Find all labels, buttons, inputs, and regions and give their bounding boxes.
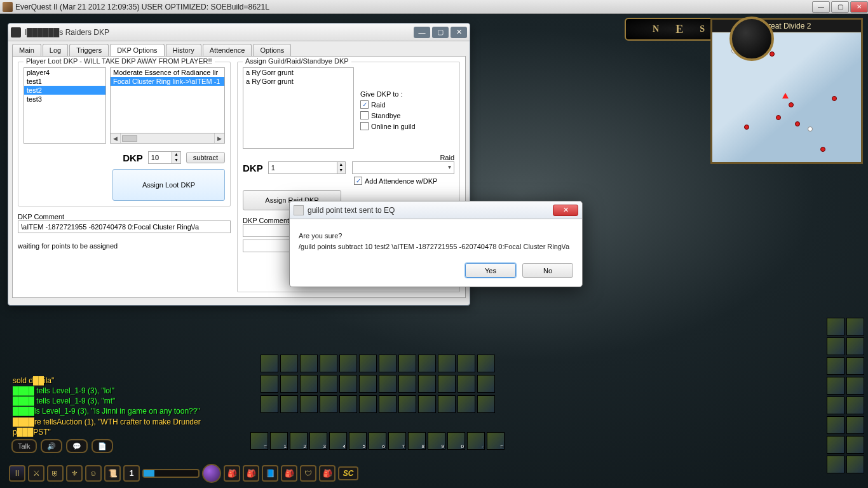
side-slot[interactable] (846, 357, 864, 375)
tab-history[interactable]: History (166, 44, 201, 56)
hotbar-slot[interactable] (458, 375, 475, 393)
hotbar-slot[interactable] (477, 395, 495, 413)
dkp-spinner[interactable]: ▲▼ (148, 151, 181, 164)
scroll-right-icon[interactable]: ▶ (214, 133, 224, 143)
hotbar-slot[interactable] (458, 395, 475, 413)
side-slot[interactable] (846, 337, 864, 355)
bag-icon[interactable]: 🎒 (243, 465, 259, 482)
hotbar-slot[interactable] (359, 375, 377, 393)
hotbar-slot[interactable]: = (487, 432, 505, 450)
hotbar-slot[interactable] (438, 375, 456, 393)
hotbar-slot[interactable] (300, 375, 318, 393)
dialog-title-bar[interactable]: guild point text sent to EQ ✕ (290, 201, 582, 219)
hotbar-slot[interactable]: 8 (408, 432, 426, 450)
hotbar-slot[interactable] (339, 355, 357, 372)
hotbar-slot[interactable] (359, 355, 377, 372)
dkp-maximize-button[interactable]: ▢ (432, 27, 449, 38)
side-slot[interactable] (827, 416, 844, 434)
player-item[interactable]: test1 (24, 77, 105, 86)
bag-icon[interactable]: 🎒 (281, 465, 297, 482)
dialog-close-button[interactable]: ✕ (553, 205, 578, 216)
raid-dkp-input[interactable] (268, 161, 337, 174)
tab-attendance[interactable]: Attendence (203, 44, 252, 56)
player-item[interactable]: player4 (24, 68, 105, 77)
hotbar-slot[interactable] (359, 395, 377, 413)
menu-button[interactable]: ⚜ (66, 465, 83, 482)
online-checkbox[interactable] (360, 122, 369, 130)
dkp-close-button[interactable]: ✕ (451, 27, 467, 38)
spin-down-icon[interactable]: ▼ (337, 168, 345, 173)
tab-main[interactable]: Main (12, 44, 41, 56)
hotbar-slot[interactable]: 6 (369, 432, 386, 450)
xp-orb[interactable] (202, 464, 221, 483)
hotbar-slot[interactable] (280, 395, 298, 413)
raid-checkbox[interactable]: ✓ (360, 100, 369, 109)
spin-up-icon[interactable]: ▲ (172, 152, 180, 158)
os-minimize-button[interactable]: — (812, 1, 830, 13)
page-number[interactable]: 1 (123, 465, 140, 482)
hotbar-slot[interactable]: - (467, 432, 485, 450)
menu-button[interactable]: ☺ (85, 465, 102, 482)
side-slot[interactable] (827, 318, 844, 336)
scroll-left-icon[interactable]: ◀ (111, 133, 121, 143)
menu-button[interactable]: ⛨ (47, 465, 64, 482)
talk-button[interactable]: Talk (11, 439, 37, 453)
hotbar-slot[interactable] (458, 355, 475, 372)
spin-up-icon[interactable]: ▲ (337, 162, 345, 168)
loot-hscrollbar[interactable]: ◀ ▶ (110, 133, 225, 144)
side-slot[interactable] (846, 377, 864, 395)
scroll-thumb[interactable] (122, 135, 137, 142)
hotbar-slot[interactable] (320, 355, 337, 372)
side-slot[interactable] (827, 337, 844, 355)
player-item[interactable]: test3 (24, 95, 105, 104)
hotbar-slot[interactable] (339, 375, 357, 393)
loot-item-selected[interactable]: Focal Cluster Ring link->\aITEM -1 (111, 77, 224, 86)
hotbar-slot[interactable] (438, 395, 456, 413)
hotbar-slot[interactable]: 3 (309, 432, 327, 450)
hotbar-slot[interactable]: 7 (388, 432, 406, 450)
hotbar-slot[interactable] (261, 355, 278, 372)
hotbar-slot[interactable] (300, 395, 318, 413)
hotbar-slot[interactable] (418, 395, 436, 413)
hotbar-slot[interactable] (379, 375, 397, 393)
hotbar-slot[interactable] (280, 355, 298, 372)
side-slot[interactable] (846, 456, 864, 473)
side-slot[interactable] (827, 377, 844, 395)
chat-page-icon[interactable]: 📄 (92, 439, 113, 453)
hotbar-slot[interactable] (418, 355, 436, 372)
hotbar-slot[interactable] (438, 355, 456, 372)
os-close-button[interactable]: ✕ (850, 1, 868, 13)
bag-icon[interactable]: 🎒 (224, 465, 240, 482)
assign-loot-button[interactable]: Assign Loot DKP (112, 169, 225, 201)
add-attendance-checkbox[interactable]: ✓ (354, 177, 362, 185)
player-item-selected[interactable]: test2 (24, 86, 105, 95)
side-slot[interactable] (827, 357, 844, 375)
hotbar-slot[interactable] (261, 375, 278, 393)
hotbar-slot[interactable] (477, 355, 495, 372)
mob-item[interactable]: a Ry'Gorr grunt (243, 77, 353, 86)
hotbar-slot[interactable]: = (250, 432, 268, 450)
subtract-button[interactable]: subtract (186, 152, 225, 163)
hotbar-slot[interactable] (320, 395, 337, 413)
mob-listbox[interactable]: a Ry'Gorr grunt a Ry'Gorr grunt (243, 67, 354, 149)
hotbar-slot[interactable]: 4 (329, 432, 347, 450)
eq2-menu-icon[interactable]: II (9, 465, 25, 482)
hotbar-slot[interactable] (261, 395, 278, 413)
menu-button[interactable]: ⚔ (28, 465, 44, 482)
loot-listbox[interactable]: Moderate Essence of Radiance lir Focal C… (110, 67, 225, 133)
side-slot[interactable] (827, 396, 844, 414)
hotbar-slot[interactable]: 5 (349, 432, 367, 450)
side-slot[interactable] (827, 456, 844, 473)
os-maximize-button[interactable]: ▢ (831, 1, 849, 13)
side-slot[interactable] (846, 436, 864, 454)
loot-item[interactable]: Moderate Essence of Radiance lir (111, 68, 224, 77)
bag-icon[interactable]: 📘 (262, 465, 278, 482)
hotbar-slot[interactable] (280, 375, 298, 393)
yes-button[interactable]: Yes (465, 263, 516, 278)
hotbar-slot[interactable] (398, 375, 416, 393)
chat-bubble-icon[interactable]: 💬 (66, 439, 88, 453)
dkp-minimize-button[interactable]: — (414, 27, 430, 38)
side-slot[interactable] (846, 318, 864, 336)
hotbar-slot[interactable] (477, 375, 495, 393)
tab-dkp-options[interactable]: DKP Options (110, 44, 164, 56)
